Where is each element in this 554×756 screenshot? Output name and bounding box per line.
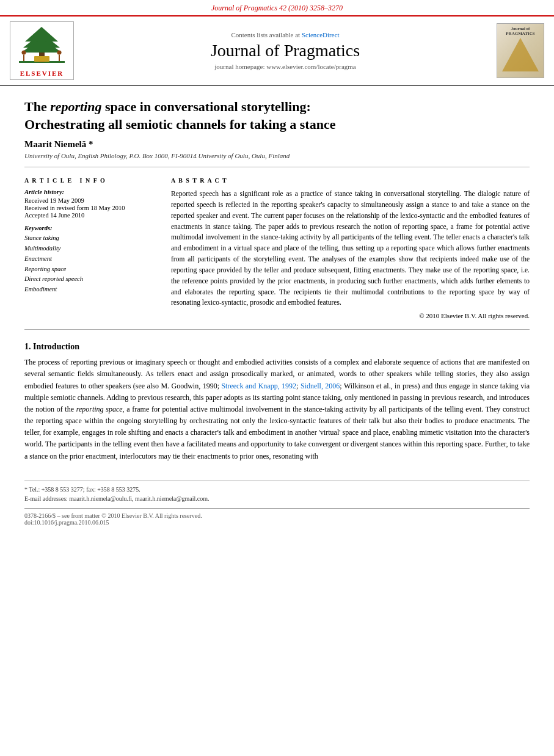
footnote-area: * Tel.: +358 8 553 3277; fax: +358 8 553… xyxy=(24,481,530,503)
left-column: A R T I C L E I N F O Article history: R… xyxy=(24,177,159,319)
journal-homepage: journal homepage: www.elsevier.com/locat… xyxy=(80,63,490,70)
footer-issn: 0378-2166/$ – see front matter © 2010 El… xyxy=(24,512,530,519)
section1-title: Introduction xyxy=(33,342,79,351)
elsevier-wordmark: ELSEVIER xyxy=(13,70,71,77)
keyword-1: Stance taking xyxy=(24,233,159,244)
main-content: The reporting space in conversational st… xyxy=(0,86,554,538)
keywords-section: Keywords: Stance taking Multimodality En… xyxy=(24,225,159,295)
accepted-date: Accepted 14 June 2010 xyxy=(24,212,159,219)
section1-paragraph1: The process of reporting previous or ima… xyxy=(24,357,530,462)
revised-date: Received in revised form 18 May 2010 xyxy=(24,205,159,211)
article-title: The reporting space in conversational st… xyxy=(24,98,530,133)
article-history: Article history: Received 19 May 2009 Re… xyxy=(24,189,159,219)
keyword-3: Enactment xyxy=(24,254,159,264)
journal-thumbnail: Journal ofPRAGMATICS xyxy=(497,23,544,78)
keyword-6: Embodiment xyxy=(24,285,159,295)
keyword-5: Direct reported speech xyxy=(24,274,159,285)
author-affiliation: University of Oulu, English Philology, P… xyxy=(24,152,530,167)
contents-available-text: Contents lists available at ScienceDirec… xyxy=(80,31,490,38)
journal-title: Journal of Pragmatics xyxy=(80,41,490,60)
svg-rect-9 xyxy=(34,56,49,62)
right-column: A B S T R A C T Reported speech has a si… xyxy=(171,177,530,319)
keywords-label: Keywords: xyxy=(24,225,159,231)
author-name: Maarit Niemelä * xyxy=(24,139,530,150)
svg-point-5 xyxy=(22,51,26,55)
journal-banner: ELSEVIER Contents lists available at Sci… xyxy=(0,16,554,86)
abstract-copyright: © 2010 Elsevier B.V. All rights reserved… xyxy=(171,312,530,319)
keywords-list: Stance taking Multimodality Enactment Re… xyxy=(24,233,159,295)
abstract-body: Reported speech has a significant role a… xyxy=(171,189,530,308)
elsevier-logo-area: ELSEVIER xyxy=(10,21,74,80)
journal-top-bar: Journal of Pragmatics 42 (2010) 3258–327… xyxy=(0,0,554,16)
elsevier-tree-svg xyxy=(13,24,71,66)
footer-doi: doi:10.1016/j.pragma.2010.06.015 xyxy=(24,519,530,526)
svg-point-7 xyxy=(57,51,62,55)
section1-number: 1. xyxy=(24,342,31,351)
keyword-2: Multimodality xyxy=(24,244,159,254)
received-date: Received 19 May 2009 xyxy=(24,197,159,204)
two-column-section: A R T I C L E I N F O Article history: R… xyxy=(24,177,530,330)
article-info-header: A R T I C L E I N F O xyxy=(24,177,159,184)
journal-citation: Journal of Pragmatics 42 (2010) 3258–327… xyxy=(211,4,343,12)
footnote-email: E-mail addresses: maarit.h.niemela@oulu.… xyxy=(24,494,530,503)
footnote-star: * Tel.: +358 8 553 3277; fax: +358 8 553… xyxy=(24,485,530,494)
abstract-header: A B S T R A C T xyxy=(171,177,530,184)
history-label: Article history: xyxy=(24,189,159,195)
section1-header: 1. Introduction xyxy=(24,342,530,352)
banner-center: Contents lists available at ScienceDirec… xyxy=(80,31,490,70)
footer-bar: 0378-2166/$ – see front matter © 2010 El… xyxy=(24,508,530,526)
elsevier-logo-frame: ELSEVIER xyxy=(10,21,74,80)
keyword-4: Reporting space xyxy=(24,264,159,275)
